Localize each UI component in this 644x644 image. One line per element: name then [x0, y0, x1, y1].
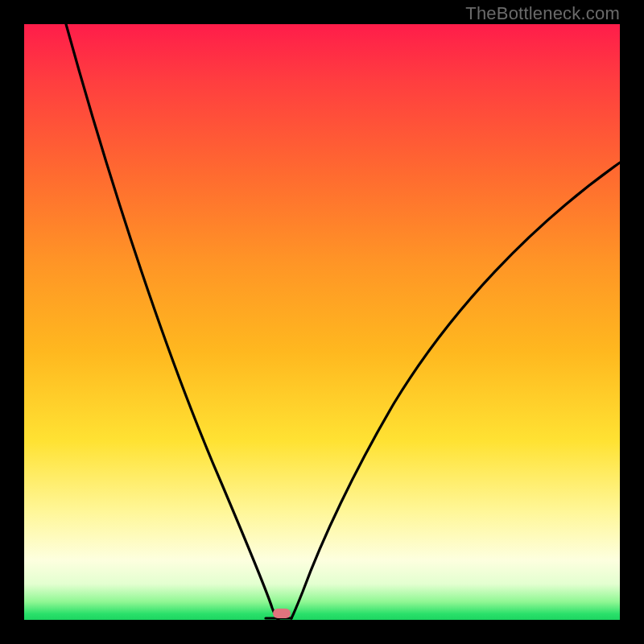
plot-area	[24, 24, 620, 620]
curve-left-branch	[66, 24, 279, 620]
curve-right-branch	[291, 163, 620, 618]
watermark-text: TheBottleneck.com	[465, 3, 620, 24]
chart-frame: TheBottleneck.com	[0, 0, 644, 644]
minimum-marker	[273, 609, 291, 618]
bottleneck-curve	[24, 24, 620, 620]
